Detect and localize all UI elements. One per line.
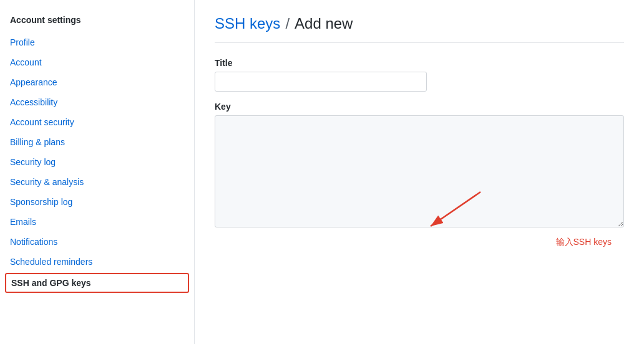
key-label: Key [215, 102, 624, 112]
main-content: SSH keys / Add new Title Key 输入SSH keys … [195, 0, 644, 344]
key-input[interactable] [215, 115, 624, 227]
sidebar-heading: Account settings [0, 10, 194, 32]
sidebar-item-ssh-gpg-keys[interactable]: SSH and GPG keys [5, 273, 189, 293]
sidebar-item-notifications[interactable]: Notifications [0, 232, 194, 252]
page-title-current: Add new [295, 15, 353, 32]
sidebar-item-profile[interactable]: Profile [0, 32, 194, 52]
key-field-group: Key 输入SSH keys [215, 102, 624, 229]
title-input[interactable] [215, 72, 427, 92]
sidebar-item-emails[interactable]: Emails [0, 212, 194, 232]
page-header: SSH keys / Add new [215, 15, 624, 43]
breadcrumb-separator: / [285, 15, 290, 32]
sidebar-item-account[interactable]: Account [0, 52, 194, 72]
annotation-text: 输入SSH keys [556, 237, 612, 248]
title-field-group: Title [215, 58, 624, 92]
sidebar-item-appearance[interactable]: Appearance [0, 72, 194, 92]
title-label: Title [215, 58, 624, 68]
sidebar-item-account-security[interactable]: Account security [0, 112, 194, 132]
sidebar: Account settings ProfileAccountAppearanc… [0, 0, 195, 344]
sidebar-item-sponsorship-log[interactable]: Sponsorship log [0, 192, 194, 212]
ssh-keys-breadcrumb-link[interactable]: SSH keys [215, 15, 280, 32]
sidebar-item-scheduled-reminders[interactable]: Scheduled reminders [0, 252, 194, 272]
sidebar-item-accessibility[interactable]: Accessibility [0, 92, 194, 112]
sidebar-item-billing-plans[interactable]: Billing & plans [0, 132, 194, 152]
sidebar-item-security-log[interactable]: Security log [0, 152, 194, 172]
sidebar-item-security-analysis[interactable]: Security & analysis [0, 172, 194, 192]
